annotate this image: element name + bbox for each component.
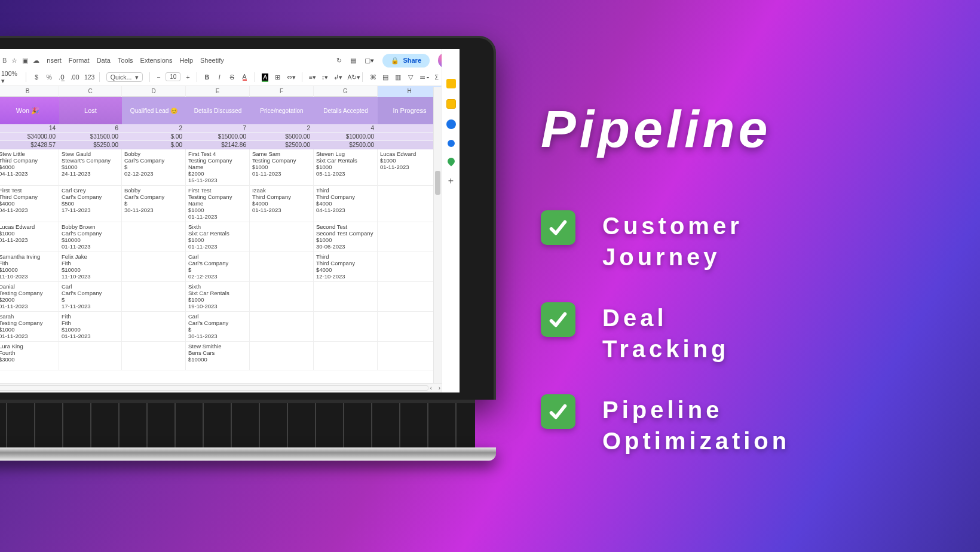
pipeline-card[interactable]: [378, 222, 442, 252]
pipeline-card[interactable]: First TestThird Company$400004-11-2023: [0, 186, 59, 222]
summary-cell[interactable]: $5250.00: [59, 141, 122, 149]
comment-add-icon[interactable]: ▤: [382, 73, 389, 81]
zoom-select[interactable]: 100% ▾: [1, 70, 19, 84]
menu-sheetify[interactable]: Sheetify: [200, 57, 224, 64]
stage-accepted[interactable]: Details Accepted: [314, 97, 378, 124]
chart-icon[interactable]: ▥: [394, 73, 402, 81]
history-icon[interactable]: ↻: [336, 57, 342, 65]
col-header-H[interactable]: H: [378, 86, 442, 97]
pipeline-card[interactable]: Stew SmithieBens Cars$10000: [186, 342, 250, 370]
merge-icon[interactable]: ⇔▾: [287, 73, 295, 81]
font-dec-icon[interactable]: −: [157, 73, 160, 81]
summary-cell[interactable]: $.00: [122, 133, 186, 141]
strike-icon[interactable]: S: [228, 73, 235, 81]
pipeline-card[interactable]: Lura KingFourth$3000: [0, 342, 59, 370]
fill-color-icon[interactable]: A: [262, 73, 269, 81]
decimal-dec-icon[interactable]: .0̲: [58, 73, 65, 81]
col-header-E[interactable]: E: [186, 86, 250, 97]
halign-icon[interactable]: ≡▾: [308, 73, 316, 81]
pipeline-card[interactable]: IzaakThird Company$400001-11-2023: [250, 186, 314, 222]
stage-inprogress[interactable]: In Progress: [378, 97, 442, 124]
menu-format[interactable]: Format: [69, 57, 90, 64]
decimal-inc-icon[interactable]: .00: [71, 73, 79, 81]
pipeline-card[interactable]: [378, 282, 442, 312]
summary-cell[interactable]: $10000.00: [314, 133, 378, 141]
col-header-B[interactable]: B: [0, 86, 59, 97]
pipeline-card[interactable]: FithFith$1000001-11-2023: [59, 312, 122, 342]
format-123-icon[interactable]: 123: [84, 73, 93, 81]
pipeline-card[interactable]: BobbyCarl's Company$30-11-2023: [122, 186, 186, 222]
keep-icon[interactable]: [446, 99, 456, 109]
pipeline-card[interactable]: CarlCarl's Company$17-11-2023: [59, 282, 122, 312]
tasks-icon[interactable]: [446, 119, 456, 129]
vertical-scrollbar[interactable]: [433, 87, 442, 383]
pipeline-card[interactable]: SixthSixt Car Rentals$100019-10-2023: [186, 282, 250, 312]
menu-help[interactable]: Help: [179, 57, 193, 64]
pipeline-card[interactable]: [378, 312, 442, 342]
pipeline-card[interactable]: [122, 222, 186, 252]
pipeline-card[interactable]: ThirdThird Company$400004-11-2023: [314, 186, 378, 222]
stage-price[interactable]: Price/negotation: [250, 97, 314, 124]
pipeline-card[interactable]: DanialTesting Company$200001-11-2023: [0, 282, 59, 312]
star-icon[interactable]: ☆: [11, 57, 17, 65]
pipeline-card[interactable]: [250, 252, 314, 282]
menu-tools[interactable]: Tools: [118, 57, 133, 64]
summary-cell[interactable]: 2: [250, 124, 314, 133]
pipeline-card[interactable]: [250, 342, 314, 370]
pipeline-card[interactable]: CarlCarl's Company$02-12-2023: [186, 252, 250, 282]
menu-data[interactable]: Data: [97, 57, 111, 64]
maps-icon[interactable]: [446, 157, 456, 167]
pipeline-card[interactable]: Felix JakeFith$1000011-10-2023: [59, 252, 122, 282]
filter-views-icon[interactable]: ⩸▾: [419, 73, 428, 81]
meet-icon[interactable]: ▢▾: [365, 57, 374, 65]
pipeline-card[interactable]: [314, 312, 378, 342]
font-inc-icon[interactable]: +: [186, 73, 189, 81]
pipeline-card[interactable]: [314, 282, 378, 312]
valign-icon[interactable]: ↕▾: [321, 73, 329, 81]
summary-cell[interactable]: $2500.00: [250, 141, 314, 149]
horizontal-scrollbar[interactable]: ‹ ›: [0, 383, 446, 392]
pipeline-card[interactable]: Second TestSecond Test Company$100030-06…: [314, 222, 378, 252]
pipeline-card[interactable]: SarahTesting Company$100001-11-2023: [0, 312, 59, 342]
menu-extensions[interactable]: Extensions: [140, 57, 173, 64]
pipeline-card[interactable]: Samantha IrvingFith$1000011-10-2023: [0, 252, 59, 282]
summary-cell[interactable]: $: [378, 133, 442, 141]
pipeline-card[interactable]: Steven LugSixt Car Rentals$100005-11-202…: [314, 149, 378, 186]
contacts-icon[interactable]: [448, 140, 455, 147]
pipeline-card[interactable]: [314, 342, 378, 370]
column-header[interactable]: BCDEFGH: [0, 86, 460, 97]
summary-cell[interactable]: 6: [59, 124, 122, 133]
pipeline-card[interactable]: Carl GreyCarl's Company$50017-11-2023: [59, 186, 122, 222]
pipeline-card[interactable]: Same SamTesting Company$100001-11-2023: [250, 149, 314, 186]
pipeline-card[interactable]: [122, 282, 186, 312]
pipeline-card[interactable]: Bobby BrownCarl's Company$1000001-11-202…: [59, 222, 122, 252]
summary-cell[interactable]: $15000.00: [186, 133, 250, 141]
stage-won[interactable]: Won 🎉: [0, 97, 59, 124]
move-icon[interactable]: ▣: [22, 57, 28, 65]
wrap-icon[interactable]: ↲▾: [333, 73, 342, 81]
col-header-C[interactable]: C: [59, 86, 122, 97]
summary-cell[interactable]: $5000.00: [250, 133, 314, 141]
bold-icon[interactable]: B: [203, 73, 210, 81]
pipeline-card[interactable]: CarlCarl's Company$30-11-2023: [186, 312, 250, 342]
pipeline-card[interactable]: [59, 342, 122, 370]
pipeline-card[interactable]: SixthSixt Car Rentals$100001-11-2023: [186, 222, 250, 252]
font-size-input[interactable]: 10: [166, 72, 180, 81]
stage-qualified[interactable]: Qualified Lead 😊: [122, 97, 186, 124]
add-addon-icon[interactable]: +: [448, 176, 454, 186]
pipeline-card[interactable]: Stew GauldStewart's Company$100024-11-20…: [59, 149, 122, 186]
summary-cell[interactable]: 2: [122, 124, 186, 133]
pipeline-card[interactable]: [250, 222, 314, 252]
cloud-icon[interactable]: ☁: [33, 57, 39, 65]
pipeline-card[interactable]: [122, 312, 186, 342]
col-header-F[interactable]: F: [250, 86, 314, 97]
pipeline-card[interactable]: [250, 312, 314, 342]
summary-cell[interactable]: $2142.86: [186, 141, 250, 149]
stage-lost[interactable]: Lost: [59, 97, 122, 124]
pipeline-card[interactable]: Lucas Edward$100001-11-2023: [378, 149, 442, 186]
percent-icon[interactable]: %: [45, 73, 53, 81]
pipeline-card[interactable]: [122, 342, 186, 370]
summary-cell[interactable]: 4: [314, 124, 378, 133]
text-color-icon[interactable]: A: [241, 73, 248, 81]
functions-icon[interactable]: Σ: [433, 73, 440, 81]
